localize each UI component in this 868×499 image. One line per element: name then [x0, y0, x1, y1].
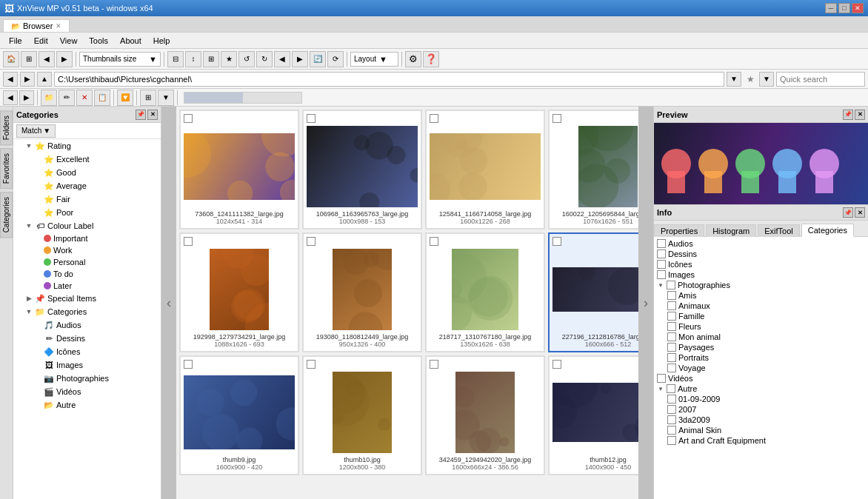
info-item-paysages[interactable]: Paysages [655, 342, 867, 352]
info-item-01-09[interactable]: 01-09-2009 [655, 394, 867, 404]
preview-close-button[interactable]: ✕ [855, 110, 865, 120]
tree-item-icones[interactable]: 🔷 Icônes [13, 345, 161, 358]
preview-pin-button[interactable]: 📌 [843, 110, 853, 120]
delete-button[interactable]: ✕ [76, 90, 93, 106]
tree-item-photographies[interactable]: 📷 Photographies [13, 372, 161, 385]
thumb-item-9[interactable]: thumb9.jpg 1600x900 - 420 [179, 355, 299, 475]
filter-button[interactable]: ⊞ [203, 51, 219, 67]
tree-item-colour-label[interactable]: ▼ 🏷 Colour Label [13, 219, 161, 232]
menu-tools[interactable]: Tools [83, 35, 114, 47]
info-item-images[interactable]: Images [655, 269, 867, 280]
tree-item-personal[interactable]: Personal [13, 256, 161, 268]
info-pin-button[interactable]: 📌 [843, 207, 853, 218]
info-item-dessins[interactable]: Dessins [655, 249, 867, 259]
info-item-animal-skin[interactable]: Animal Skin [655, 425, 867, 435]
tree-item-categories[interactable]: ▼ 📁 Categories [13, 305, 161, 318]
view-mode-button[interactable]: ⊟ [167, 51, 184, 67]
check-01-09[interactable] [667, 395, 676, 403]
info-item-animaux[interactable]: Animaux [655, 301, 867, 311]
tree-item-work[interactable]: Work [13, 244, 161, 256]
categories-pin-button[interactable]: 📌 [136, 110, 146, 120]
tree-item-fair[interactable]: ⭐ Fair [13, 192, 161, 206]
tree-item-important[interactable]: Important [13, 232, 161, 244]
folders-tab[interactable]: Folders [0, 110, 13, 145]
minimize-button[interactable]: ─ [825, 3, 837, 13]
tab-properties[interactable]: Properties [654, 224, 704, 237]
thumb-item-2[interactable]: 106968_1163965763_large.jpg 1000x988 - 1… [302, 110, 422, 230]
tree-item-poor[interactable]: ⭐ Poor [13, 206, 161, 219]
filter2-button[interactable]: 🔽 [117, 90, 133, 106]
check-portraits[interactable] [667, 353, 676, 362]
forward-nav-button[interactable]: ▶ [20, 72, 35, 87]
view2-button[interactable]: ⊞ [140, 90, 156, 106]
check-videos[interactable] [657, 374, 666, 383]
tree-item-images[interactable]: 🖼 Images [13, 358, 161, 372]
tree-item-videos[interactable]: 🎬 Vidéos [13, 385, 161, 398]
back-nav-button[interactable]: ◀ [3, 72, 18, 87]
bookmark-button[interactable]: ★ [221, 51, 237, 67]
menu-help[interactable]: Help [147, 35, 176, 47]
settings-button[interactable]: ⚙ [405, 51, 421, 67]
info-item-videos[interactable]: Vidéos [655, 373, 867, 384]
new-folder-button[interactable]: 📁 [41, 90, 57, 106]
thumb-checkbox-5[interactable] [184, 237, 193, 246]
address-dropdown-button[interactable]: ▼ [727, 72, 741, 87]
tree-item-dessins[interactable]: ✏ Dessins [13, 332, 161, 345]
check-dessins[interactable] [657, 250, 666, 258]
thumb-item-12[interactable]: thumb12.jpg 1400x900 - 450 [548, 355, 638, 475]
check-audios[interactable] [657, 239, 666, 248]
layout-dropdown[interactable]: Layout ▼ [350, 52, 398, 67]
thumb-checkbox-10[interactable] [307, 360, 316, 369]
menu-edit[interactable]: Edit [28, 35, 54, 47]
search-input[interactable] [776, 72, 865, 87]
info-item-amis[interactable]: Amis [655, 290, 867, 301]
close-button[interactable]: ✕ [852, 3, 864, 13]
tab-histogram[interactable]: Histogram [706, 224, 756, 237]
thumb-checkbox-2[interactable] [307, 114, 316, 123]
match-filter-button[interactable]: Match ▼ [16, 124, 56, 138]
thumbnails-size-dropdown[interactable]: Thumbnails size ▼ [79, 52, 161, 67]
info-item-3da2009[interactable]: 3da2009 [655, 415, 867, 425]
maximize-button[interactable]: □ [838, 3, 850, 13]
prev2-button[interactable]: ◀ [3, 90, 18, 105]
forward-button[interactable]: ▶ [56, 51, 73, 67]
tree-item-rating[interactable]: ▼ ⭐ Rating [13, 139, 161, 153]
zoom-button[interactable]: ▼ [158, 90, 174, 106]
nav-right-arrow[interactable]: › [638, 107, 653, 499]
home-button[interactable]: 🏠 [3, 51, 19, 67]
tab-exiftool[interactable]: ExifTool [758, 224, 800, 237]
thumb-item-11[interactable]: 342459_1294942020_large.jpg 1600x666x24 … [425, 355, 545, 475]
check-animaux[interactable] [667, 301, 676, 310]
rotate-left-button[interactable]: ↺ [238, 51, 255, 67]
move-button[interactable]: 📋 [94, 90, 110, 106]
tree-item-audios[interactable]: 🎵 Audios [13, 318, 161, 332]
check-animal-skin[interactable] [667, 426, 676, 435]
info-item-famille[interactable]: Famille [655, 311, 867, 321]
zoom-slider[interactable] [184, 92, 302, 104]
tree-item-special[interactable]: ▶ 📌 Special Items [13, 292, 161, 305]
check-2007[interactable] [667, 405, 676, 414]
menu-about[interactable]: About [114, 35, 147, 47]
check-3da2009[interactable] [667, 415, 676, 424]
tree-item-good[interactable]: ⭐ Good [13, 166, 161, 179]
tree-item-excellent[interactable]: ⭐ Excellent [13, 153, 161, 166]
thumb-checkbox-9[interactable] [184, 360, 193, 369]
thumb-item-6[interactable]: 193080_1180812449_large.jpg 950x1326 - 4… [302, 232, 422, 352]
up-nav-button[interactable]: ▲ [37, 72, 52, 87]
info-item-voyage[interactable]: Voyage [655, 363, 867, 373]
stop-button[interactable]: ⟳ [327, 51, 344, 67]
nav-left-arrow[interactable]: ‹ [161, 107, 176, 499]
thumb-checkbox-1[interactable] [184, 114, 193, 123]
favorites-tab[interactable]: Favorites [0, 148, 13, 189]
info-item-audios[interactable]: Audios [655, 238, 867, 249]
nav-prev-button[interactable]: ◀ [274, 51, 290, 67]
menu-file[interactable]: File [3, 35, 28, 47]
thumb-checkbox-11[interactable] [430, 360, 438, 369]
tree-item-later[interactable]: Later [13, 280, 161, 292]
check-photographies[interactable] [667, 281, 675, 289]
info-item-photographies[interactable]: ▼ Photographies [655, 280, 867, 290]
thumb-item-7[interactable]: 218717_1310767180_large.jpg 1350x1626 - … [425, 232, 545, 352]
browser-tab[interactable]: 📂 Browser ✕ [3, 19, 70, 32]
thumb-checkbox-3[interactable] [430, 114, 438, 123]
check-famille[interactable] [667, 312, 676, 321]
